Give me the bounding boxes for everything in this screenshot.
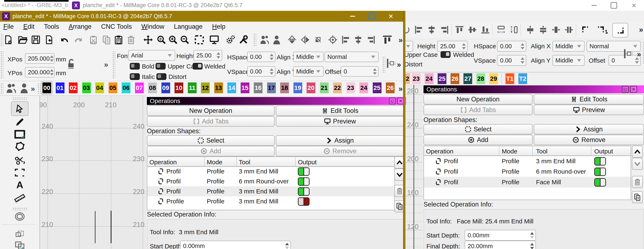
tool-color-swatch[interactable]: T2 [518, 73, 527, 84]
vspace-input[interactable]: 0.00 [247, 66, 276, 77]
align-right-icon[interactable] [440, 25, 449, 35]
rw-duplicate-operation-button[interactable] [632, 191, 643, 203]
color-swatch[interactable]: 11 [188, 82, 196, 93]
rw-edit-tools-button[interactable]: Edit Tools [534, 94, 644, 105]
distribute-v-icon[interactable] [509, 25, 519, 35]
menu-tools[interactable]: Tools [44, 23, 59, 30]
space-v-equal2-icon[interactable] [564, 25, 574, 35]
rw-assign-button[interactable]: Assign [534, 124, 644, 134]
color-swatch[interactable]: 19 [294, 82, 302, 93]
panel-grip[interactable] [0, 51, 3, 78]
preview-button[interactable]: Preview [276, 116, 404, 127]
intersect-shapes-tool[interactable] [14, 241, 25, 249]
operation-row[interactable]: Profil Profile 3 mm End Mill [147, 166, 394, 176]
pan-move-icon[interactable] [143, 35, 153, 45]
start-depth-input[interactable]: 0.00mm [180, 241, 291, 249]
close-button[interactable]: ✕ [383, 11, 398, 22]
select-arrow-tool[interactable] [15, 104, 25, 114]
operation-row[interactable]: Profil Profile 3 mm End Mill [424, 156, 631, 166]
rw-select-button[interactable]: Select [424, 124, 532, 134]
tool-color-swatch[interactable]: T1 [506, 73, 514, 84]
assign-shapes-button[interactable]: Assign [276, 135, 404, 146]
palette-overflow-chevron[interactable]: » [398, 85, 403, 93]
weld-shapes-tool[interactable] [14, 229, 25, 239]
ypos-input[interactable]: 200.000 [25, 67, 54, 77]
align-center-h-icon[interactable] [354, 35, 363, 45]
rw-delete-operation-button[interactable] [632, 176, 643, 188]
menu-help[interactable]: Help [212, 23, 226, 30]
new-operation-button[interactable]: New Operation [147, 106, 274, 116]
rw-height-input[interactable]: 25.00 [437, 41, 468, 52]
window-border-right[interactable] [403, 11, 406, 249]
fit-screen-icon[interactable] [209, 35, 219, 45]
align-center-h-icon[interactable] [427, 25, 436, 35]
rw-new-operation-button[interactable]: New Operation [424, 94, 532, 105]
settings-gears-icon[interactable] [226, 35, 236, 45]
user-icon[interactable] [272, 35, 282, 45]
menu-edit[interactable]: Edit [23, 23, 34, 30]
add-tabs-button[interactable]: Add Tabs [147, 116, 274, 127]
collapse-chevron[interactable]: » [104, 60, 108, 69]
rw-canvas[interactable]: 280 240 200 160 120 [405, 85, 423, 249]
spinner-buttons[interactable] [268, 52, 275, 62]
color-swatch[interactable]: 18 [280, 82, 289, 93]
snap-corner-br-button[interactable] [612, 23, 628, 38]
tool-grip[interactable] [12, 207, 27, 210]
color-swatch[interactable]: 06 [122, 82, 130, 93]
rw-vspace-input[interactable]: 0.00 [497, 55, 526, 66]
color-swatch[interactable]: 05 [108, 82, 117, 93]
paste-icon[interactable] [114, 35, 123, 45]
align-top-icon[interactable] [382, 35, 392, 45]
spinner-buttons[interactable] [529, 230, 536, 240]
color-swatch[interactable]: 13 [214, 82, 223, 93]
dock-panel-icon[interactable] [623, 48, 634, 60]
welded-toggle[interactable] [192, 63, 202, 70]
add-shapes-button[interactable]: Add [147, 146, 274, 156]
cut-icon[interactable] [89, 35, 98, 45]
zoom-out-icon[interactable] [180, 35, 190, 45]
offset-rings-tool[interactable] [14, 211, 25, 221]
align-right-icon[interactable] [366, 35, 376, 45]
color-swatch[interactable]: 15 [241, 82, 250, 93]
rw-hspace-input[interactable]: 0.00 [497, 41, 526, 52]
color-swatch[interactable]: 04 [95, 82, 104, 93]
origin-target-icon[interactable] [328, 35, 338, 45]
mirror-diagonal-icon[interactable] [313, 35, 323, 45]
rw-ops-panel-titlebar[interactable]: Operations ◱ ✕ [424, 85, 644, 93]
panel-float-icon[interactable]: ◱ [389, 98, 396, 104]
color-swatch[interactable]: 14 [227, 82, 236, 93]
ops-panel-titlebar[interactable]: Operations ◱ ✕ [147, 97, 406, 105]
distribute-h-icon[interactable] [496, 25, 506, 35]
color-swatch[interactable]: 10 [174, 82, 183, 93]
delete-icon[interactable] [127, 35, 136, 45]
edit-tools-button[interactable]: Edit Tools [276, 106, 404, 116]
color-swatch[interactable]: 01 [56, 82, 64, 93]
mirror-horizontal-icon[interactable] [300, 35, 310, 45]
zoom-page-icon[interactable] [156, 35, 166, 45]
color-swatch[interactable]: 09 [162, 82, 170, 93]
style-combo[interactable]: Normal [324, 52, 378, 62]
output-toggle[interactable] [594, 168, 606, 176]
toolbar-grip[interactable] [253, 33, 256, 46]
drawing-canvas[interactable]: 190 200 210 240 230 220 210 240 230 220 … [40, 96, 146, 249]
maximize-button[interactable] [364, 11, 379, 22]
zoom-selection-icon[interactable] [194, 35, 204, 45]
output-toggle[interactable] [298, 167, 310, 176]
panel-grip[interactable] [643, 42, 644, 65]
spinner-buttons[interactable] [284, 241, 290, 249]
bg-minimize-button[interactable] [586, 0, 602, 11]
drawn-line-shape[interactable] [95, 211, 96, 243]
copy-icon[interactable] [102, 35, 112, 45]
space-v-equal-icon[interactable] [551, 25, 561, 35]
space-h-equal-icon[interactable] [526, 25, 535, 35]
operation-row[interactable]: Profile Profile 3 mm End Mill [147, 196, 394, 206]
mirror-vertical-icon[interactable] [287, 35, 297, 45]
output-toggle[interactable] [298, 197, 310, 206]
color-swatch[interactable]: 22 [333, 82, 342, 93]
align-bottom-icon[interactable] [480, 25, 490, 35]
rw-welded-toggle[interactable] [440, 51, 450, 58]
toolbar-overflow-chevron[interactable]: » [398, 36, 403, 45]
color-swatch[interactable]: 16 [254, 82, 262, 93]
align-x-combo[interactable]: Middle [293, 52, 324, 62]
menu-cnc-tools[interactable]: CNC Tools [101, 23, 132, 30]
